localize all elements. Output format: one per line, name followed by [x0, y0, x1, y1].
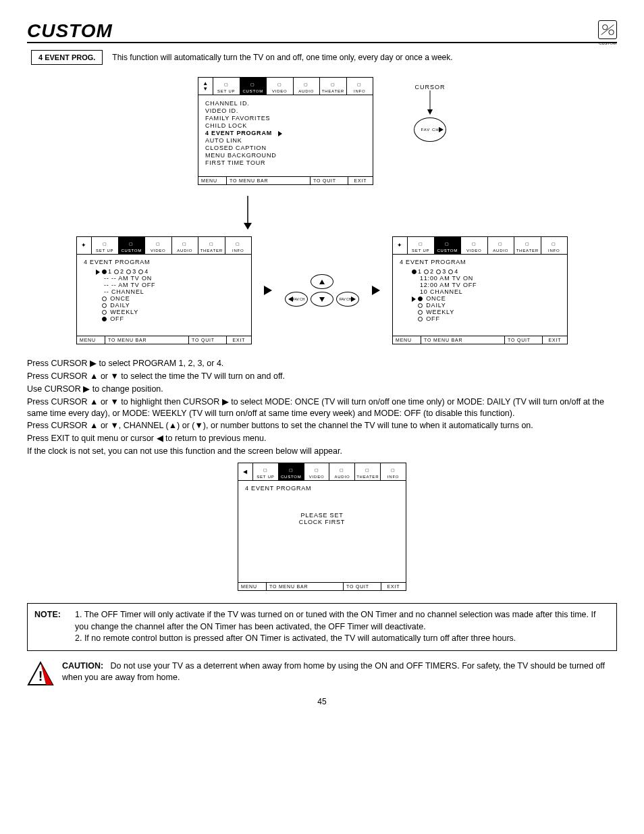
menu-item: AUTO LINK — [205, 137, 366, 144]
intro-text: This function will automatically turn th… — [112, 53, 452, 62]
svg-text:!: ! — [38, 669, 43, 683]
menubar-tab-custom: ▢CUSTOM — [240, 78, 267, 95]
program-field: 10 CHANNEL — [400, 288, 560, 295]
program-number: 4 — [454, 268, 458, 275]
menubar-tab-info: ▢INFO — [381, 463, 406, 480]
radio-icon — [418, 317, 423, 321]
warning-triangle-icon: ! — [27, 660, 54, 687]
radio-icon — [412, 269, 417, 274]
instruction-line: Press CURSOR ▲ or ▼ to highlight then CU… — [27, 396, 617, 419]
mode-option: OFF — [400, 315, 560, 322]
note-item: 2. If no remote control button is presse… — [75, 633, 610, 645]
instruction-line: Press CURSOR ▶ to select PROGRAM 1, 2, 3… — [27, 358, 617, 369]
menubar-nav-cross: ✦ — [77, 237, 92, 254]
cursor-label: CURSOR — [414, 84, 445, 90]
menu-item: VIDEO ID. — [205, 107, 366, 114]
menubar-tab-video: ▢VIDEO — [461, 237, 488, 254]
mode-option: DAILY — [84, 302, 244, 309]
instruction-line: Use CURSOR ▶ to change position. — [27, 384, 617, 395]
menu-item: MENU BACKGROUND — [205, 152, 366, 159]
instruction-line: Press EXIT to quit menu or cursor ◀ to r… — [27, 433, 617, 444]
note-box: NOTE: 1. The OFF Timer will only activat… — [27, 603, 617, 651]
menubar-tab-custom: ▢CUSTOM — [435, 237, 462, 254]
intro-row: 4 EVENT PROG. This function will automat… — [31, 50, 617, 65]
screen-subtitle: 4 EVENT PROGRAM — [400, 259, 560, 265]
menubar-tab-video: ▢VIDEO — [267, 78, 294, 95]
instruction-line: Press CURSOR ▲ or ▼, CHANNEL (▲) or (▼),… — [27, 420, 617, 432]
instruction-line: Press CURSOR ▲ or ▼ to select the time t… — [27, 371, 617, 382]
menubar-tab-audio: ▢AUDIO — [294, 78, 321, 95]
custom-menu-screen: ▲▼ ▢SET UP▢CUSTOM▢VIDEO▢AUDIO▢THEATER▢IN… — [198, 77, 373, 185]
fav-ch-button-icon: FAV CH — [414, 118, 446, 142]
mode-option: WEEKLY — [84, 309, 244, 315]
radio-icon — [102, 296, 107, 301]
menubar-tab-theater: ▢THEATER — [320, 78, 347, 95]
menu-item: CHILD LOCK — [205, 122, 366, 129]
menu-item: 4 EVENT PROGRAM — [205, 130, 366, 136]
radio-icon — [102, 317, 107, 321]
instruction-line: If the clock is not set, you can not use… — [27, 446, 617, 457]
menubar-tab-audio: ▢AUDIO — [329, 463, 355, 480]
screen-subtitle: 4 EVENT PROGRAM — [245, 485, 399, 492]
menubar-back-arrow: ◀ — [238, 463, 253, 480]
radio-icon — [138, 269, 143, 274]
caution-label: CAUTION: — [62, 661, 103, 671]
radio-icon — [114, 269, 119, 274]
program-field: -- -- AM TV OFF — [84, 282, 244, 288]
top-diagram-area: ▲▼ ▢SET UP▢CUSTOM▢VIDEO▢AUDIO▢THEATER▢IN… — [27, 77, 617, 185]
program-field: -- CHANNEL — [84, 288, 244, 295]
page-number: 45 — [27, 697, 617, 706]
program-number-row: 1 2 3 4 — [400, 268, 560, 275]
radio-icon — [418, 303, 423, 308]
mode-option: DAILY — [400, 302, 560, 309]
page-header: CUSTOM — [27, 20, 617, 43]
program-number: 3 — [132, 268, 138, 275]
menubar-tab-info: ▢INFO — [225, 237, 252, 254]
footer-exit: EXIT — [348, 177, 373, 184]
menubar-tab-theater: ▢THEATER — [355, 463, 381, 480]
menubar-nav-cross: ✦ — [393, 237, 408, 254]
cursor-up-icon — [311, 274, 333, 289]
menubar-tab-set-up: ▢SET UP — [213, 78, 240, 95]
radio-icon — [436, 269, 441, 274]
clock-msg-line: PLEASE SET — [245, 512, 399, 519]
cursor-pad-diagram: FAV CH FAV CH — [284, 273, 360, 307]
menu-item: CHANNEL ID. — [205, 100, 366, 107]
radio-icon — [418, 296, 423, 301]
note-label: NOTE: — [34, 609, 61, 621]
program-number-row: 1 2 3 4 — [84, 268, 244, 275]
radio-icon — [102, 269, 107, 274]
mode-option: ONCE — [400, 295, 560, 302]
program-number: 2 — [430, 268, 436, 275]
program-number: 1 — [108, 268, 114, 275]
caution-row: ! CAUTION: Do not use your TV as a deter… — [27, 660, 617, 687]
mode-option: OFF — [84, 315, 244, 322]
menubar-tab-audio: ▢AUDIO — [172, 237, 199, 254]
middle-diagram-row: ✦ ▢SET UP▢CUSTOM▢VIDEO▢AUDIO▢THEATER▢INF… — [27, 236, 617, 344]
menu-item: CLOSED CAPTION — [205, 145, 366, 151]
menubar-tab-info: ▢INFO — [347, 78, 373, 95]
page-title: CUSTOM — [27, 20, 113, 42]
caution-text: Do not use your TV as a deterrent when a… — [62, 661, 605, 683]
flow-arrow-right-icon — [264, 286, 272, 295]
radio-icon — [448, 269, 453, 274]
menubar-nav-arrows: ▲▼ — [198, 78, 213, 95]
event-program-screen-before: ✦ ▢SET UP▢CUSTOM▢VIDEO▢AUDIO▢THEATER▢INF… — [76, 236, 252, 344]
cursor-down-icon — [311, 292, 333, 307]
program-field: -- -- AM TV ON — [84, 275, 244, 282]
svg-marker-6 — [244, 223, 252, 230]
clock-msg-line: CLOCK FIRST — [245, 519, 399, 525]
radio-icon — [102, 303, 107, 308]
menu-item: FAMILY FAVORITES — [205, 115, 366, 122]
footer-quit: TO QUIT — [311, 177, 348, 184]
feature-label-box: 4 EVENT PROG. — [31, 50, 103, 65]
menubar-tab-set-up: ▢SET UP — [408, 237, 435, 254]
event-program-screen-after: ✦ ▢SET UP▢CUSTOM▢VIDEO▢AUDIO▢THEATER▢INF… — [392, 236, 568, 344]
program-field: 12:00 AM TV OFF — [400, 282, 560, 288]
menubar-tab-theater: ▢THEATER — [514, 237, 541, 254]
program-number: 3 — [442, 268, 448, 275]
cursor-left-favch-icon: FAV CH — [285, 292, 308, 307]
clock-not-set-screen: ◀ ▢SET UP▢CUSTOM▢VIDEO▢AUDIO▢THEATER▢INF… — [238, 463, 406, 591]
radio-icon — [424, 269, 429, 274]
flow-arrow-down-icon — [0, 196, 617, 230]
